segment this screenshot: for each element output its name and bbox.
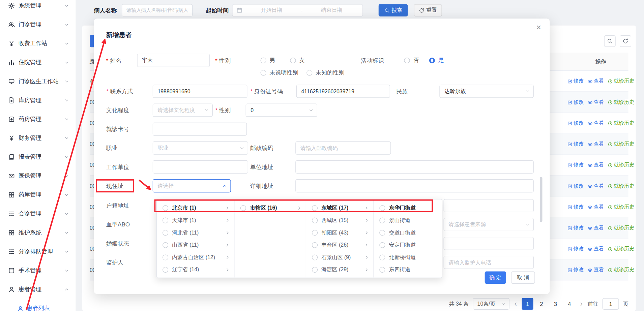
end-date-input[interactable]: 结束日期 [305,7,358,14]
modify-link[interactable]: 修改 [567,120,584,127]
cascader-option[interactable]: 东四街道 [374,263,442,276]
view-link[interactable]: 查看 [587,183,604,190]
cascader-option[interactable]: 北新桥街道 [374,251,442,264]
radio-icon[interactable] [163,267,168,273]
page-button[interactable]: 3 [550,298,561,310]
cancel-button[interactable]: 取 消 [511,271,535,284]
active-flag-radio-yes[interactable]: 是 [429,57,444,64]
goto-page-input[interactable] [603,298,619,310]
date-range-picker[interactable]: 开始日期 - 结束日期 [232,4,363,17]
sidebar-item[interactable]: 手术管理 [0,261,76,280]
sidebar-item[interactable]: 医保管理 [0,166,76,185]
cascader-option[interactable]: 内蒙古自治区 (12) [157,251,234,264]
page-size-select[interactable]: 10条/页 [473,298,509,310]
radio-icon[interactable] [380,267,385,273]
view-link[interactable]: 查看 [587,78,604,85]
start-date-input[interactable]: 开始日期 [245,7,298,14]
radio-ic on[interactable] [312,267,318,273]
visit-history-link[interactable]: 就诊历史 [608,162,634,169]
gender-radio-female[interactable]: 女 [290,57,305,64]
gender-radio-unspecified[interactable]: 未说明性别 [261,69,298,76]
sidebar-item[interactable]: 库房管理 [0,91,76,110]
page-button[interactable]: 1 [522,298,533,310]
view-link[interactable]: 查看 [587,162,604,169]
sidebar-item[interactable]: 门诊医生工作站 [0,72,76,91]
modify-link[interactable]: 修改 [567,204,584,211]
cascader-option[interactable]: 朝阳区 (43) [306,226,374,239]
sidebar-item[interactable]: 药库管理 [0,185,76,204]
cascader-option[interactable]: 辽宁省 (14) [157,263,234,276]
visit-history-link[interactable]: 就诊历史 [608,267,634,274]
visit-history-link[interactable]: 就诊历史 [608,141,634,148]
cascader-option[interactable]: 石景山区 (9) [306,251,374,264]
radio-ic on[interactable] [312,242,318,248]
id-number-input[interactable] [296,85,390,98]
radio-icon[interactable] [163,254,168,260]
occupation-select[interactable]: 职业 [153,142,248,155]
sidebar-item[interactable]: 门诊管理 [0,15,76,34]
view-link[interactable]: 查看 [587,120,604,127]
radio-icon[interactable] [380,230,385,236]
guardian-phone-input[interactable] [444,256,534,269]
modify-link[interactable]: 修改 [567,141,584,148]
visit-history-link[interactable]: 就诊历史 [608,120,634,127]
sidebar-item[interactable]: 住院管理 [0,53,76,72]
sidebar-item[interactable]: 报表管理 [0,148,76,166]
radio-icon[interactable] [380,254,385,260]
page-button[interactable]: 2 [536,298,547,310]
patient-source-select[interactable]: 请选择患者来源 [444,218,534,231]
search-button[interactable]: 搜索 [379,4,408,17]
modify-link[interactable]: 修改 [567,224,584,231]
modify-link[interactable]: 修改 [567,78,584,85]
radio-icon[interactable] [163,242,168,248]
sidebar-item[interactable]: 患者管理 [0,280,76,299]
visit-history-link[interactable]: 就诊历史 [608,78,634,85]
unit-address-input[interactable] [295,160,534,174]
sidebar-item[interactable]: 维护系统 [0,223,76,242]
radio-icon[interactable] [380,205,385,211]
radio-icon[interactable] [163,218,168,223]
close-icon[interactable]: × [536,23,541,32]
visit-history-link[interactable]: 就诊历史 [608,246,634,253]
radio-ic on[interactable] [312,230,318,236]
visit-history-link[interactable]: 就诊历史 [608,224,634,231]
education-select[interactable]: 请选择文化程度 [153,104,213,117]
work-unit-input[interactable] [153,160,248,174]
cascader-option[interactable]: 交道口街道 [374,226,442,239]
cascader-option[interactable]: 天津市 (1) [157,214,234,227]
view-link[interactable]: 查看 [587,267,604,274]
cascader-option[interactable]: 东城区 (17) [306,202,374,214]
modal-scrollbar[interactable] [540,177,542,222]
card-number-input[interactable] [153,123,247,136]
visit-history-link[interactable]: 就诊历史 [608,204,634,211]
modify-link[interactable]: 修改 [567,162,584,169]
radio-icon[interactable] [163,230,168,236]
sidebar-item-patient-list[interactable]: 患者列表 [0,299,76,311]
radio-ic on[interactable] [312,218,318,223]
sidebar-item[interactable]: 分诊排队管理 [0,242,76,261]
text-input[interactable] [444,237,534,250]
page-button[interactable]: 4 [564,298,575,310]
sidebar-item[interactable]: 药房管理 [0,110,76,129]
gender-radio-male[interactable]: 男 [261,57,275,64]
visit-history-link[interactable]: 就诊历史 [608,183,634,190]
modify-link[interactable]: 修改 [567,183,584,190]
cascader-option[interactable]: 景山街道 [374,214,442,227]
contact-input[interactable] [153,85,247,98]
sidebar-item[interactable]: 收费工作站 [0,34,76,53]
view-link[interactable]: 查看 [587,141,604,148]
cascader-option[interactable]: 西城区 (15) [306,214,374,227]
view-link[interactable]: 查看 [587,99,604,106]
detail-address-input[interactable] [295,179,534,192]
text-input[interactable] [444,199,534,212]
sidebar-item[interactable]: 系统管理 [0,0,76,15]
cascader-option[interactable]: 市辖区 (16) [235,202,306,214]
next-page-button[interactable]: › [579,298,583,310]
radio-icon[interactable] [163,205,168,211]
cascader-option[interactable]: 安定门街道 [374,239,442,251]
cascader-option[interactable]: 海淀区 (29) [306,263,374,276]
radio-ic on[interactable] [312,205,318,211]
active-flag-radio-no[interactable]: 否 [404,57,419,64]
current-address-select[interactable]: 请选择 [153,179,231,192]
table-search-button[interactable] [604,35,616,47]
